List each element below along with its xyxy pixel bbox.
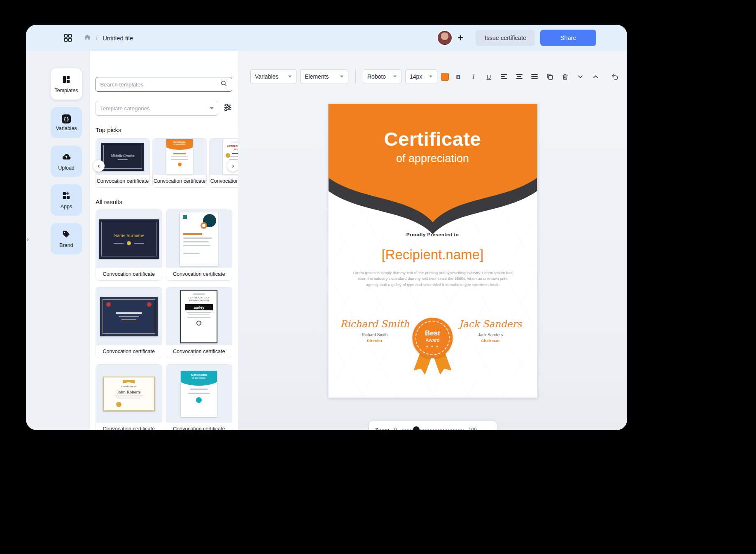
user-avatar[interactable] (437, 30, 453, 46)
layer-up-icon[interactable] (590, 70, 601, 83)
bold-button[interactable]: B (453, 70, 464, 83)
search-box (96, 77, 232, 92)
text-color-swatch[interactable] (441, 73, 449, 81)
chevron-down-icon (288, 75, 292, 77)
zoom-slider-knob[interactable] (413, 426, 420, 430)
zoom-min: 0 (394, 427, 397, 430)
zoom-label: Zoom (375, 427, 390, 431)
font-size-dropdown[interactable]: 14px (405, 69, 437, 84)
badge-medal-icon: Best Award ★ ★ ★ (413, 318, 453, 358)
categories-placeholder: Template categories (100, 105, 150, 112)
top-picks-title: Top picks (96, 126, 232, 133)
redo-icon[interactable] (624, 70, 627, 83)
align-center-icon[interactable] (513, 70, 525, 83)
app-header: / Untitled file + Issue certificate Shar… (26, 25, 627, 51)
template-thumbnail: Certificate of John Roberts (96, 365, 162, 423)
elements-dropdown[interactable]: Elements (300, 69, 348, 84)
sidebar-item-label: Apps (61, 204, 72, 209)
brand-tag-icon (62, 230, 71, 240)
app-launcher-icon[interactable] (63, 33, 73, 43)
template-card-label: Convocation certificate (96, 345, 162, 358)
presented-label[interactable]: Proudly Presented to (328, 232, 537, 237)
recipient-name-variable[interactable]: [Recipient.name] (328, 247, 537, 263)
zoom-control: Zoom 0 100 (368, 421, 497, 430)
template-card[interactable]: Certificate of John Roberts Convocation … (96, 364, 162, 430)
sidebar-item-templates[interactable]: Templates (51, 68, 82, 100)
layer-down-icon[interactable] (574, 70, 586, 83)
template-card-label: Convocation certificate (96, 175, 149, 187)
trash-icon[interactable] (559, 70, 571, 83)
top-picks-carousel: ‹ Michelle Creative Convocation certific… (96, 138, 232, 188)
template-thumbnail: Name Surname (96, 210, 162, 268)
template-card-label: Convocation certificate (153, 175, 206, 187)
template-thumbnail (166, 210, 232, 268)
file-name[interactable]: Untitled file (103, 35, 133, 42)
template-card-label: Convocation certificate (96, 268, 162, 280)
certificate-subtitle[interactable]: of appreciation (328, 152, 537, 165)
panel-collapse-button[interactable]: › (27, 233, 33, 245)
certificate-header-shape (328, 104, 537, 240)
chevron-down-icon (340, 75, 344, 77)
template-categories-select[interactable]: Template categories (96, 101, 218, 116)
template-card-label: Convocation certificate (96, 423, 162, 430)
template-card[interactable]: CERTIFICATE OF APPRECIATION aarley Convo… (166, 287, 233, 358)
template-results-grid: Name Surname Convocation certificate Con… (96, 209, 232, 430)
canvas-area: Variables Elements Roboto 14px B I U (238, 51, 627, 430)
sidebar-item-upload[interactable]: Upload (51, 146, 82, 177)
template-card-label: Convocation certificate (166, 345, 232, 358)
template-card[interactable]: Name Surname Convocation certificate (96, 209, 162, 281)
editor-toolbar: Variables Elements Roboto 14px B I U (250, 69, 627, 84)
zoom-max: 100 (469, 427, 477, 430)
zoom-slider[interactable] (402, 426, 464, 430)
font-family-dropdown[interactable]: Roboto (363, 69, 401, 84)
apps-grid-icon (62, 191, 71, 202)
align-justify-icon[interactable] (529, 70, 540, 83)
template-thumbnail: Michelle Creative (96, 139, 149, 175)
sidebar-item-label: Upload (58, 165, 75, 171)
home-icon[interactable] (84, 33, 91, 42)
certificate-body-text[interactable]: Lorem Ipsum is simply dummy text of the … (353, 270, 513, 288)
issue-certificate-button[interactable]: Issue certificate (476, 30, 535, 46)
align-left-icon[interactable] (498, 70, 510, 83)
carousel-prev-button[interactable]: ‹ (93, 160, 105, 172)
underline-button[interactable]: U (483, 70, 495, 83)
signature-script: Jack Sanders (455, 319, 525, 329)
signer-right[interactable]: Jack Sanders Jack Sanders Chairman (455, 319, 525, 343)
undo-icon[interactable] (609, 70, 621, 83)
signature-script: Richard Smith (340, 319, 410, 329)
certificate-title[interactable]: Certificate (328, 128, 537, 150)
template-card[interactable]: Convocation certificate (166, 209, 233, 281)
italic-button[interactable]: I (468, 70, 479, 83)
templates-icon (62, 75, 71, 86)
search-icon[interactable] (220, 80, 228, 89)
toolbar-divider (355, 70, 356, 84)
sidebar-item-label: Brand (59, 242, 73, 248)
breadcrumb: / Untitled file (84, 33, 133, 42)
template-card-label: Convocation certificate (166, 268, 232, 280)
sidebar-item-brand[interactable]: Brand (51, 223, 82, 254)
filter-icon[interactable] (223, 103, 232, 114)
add-user-icon[interactable]: + (457, 33, 463, 43)
sidebar-item-apps[interactable]: Apps (51, 184, 82, 216)
template-card[interactable]: Convocation certificate (96, 287, 162, 358)
template-card-label: Convocation certificate (210, 175, 238, 187)
chevron-down-icon (210, 107, 214, 109)
template-card[interactable]: Certificateof appreciation Convocation c… (152, 138, 207, 188)
share-button[interactable]: Share (540, 30, 596, 46)
variables-dropdown[interactable]: Variables (250, 69, 296, 84)
search-input[interactable] (100, 81, 220, 88)
app-window: / Untitled file + Issue certificate Shar… (26, 25, 627, 430)
signer-left[interactable]: Richard Smith Richard Smith Director (340, 319, 410, 343)
tool-rail: Templates { } Variables Upload Apps Bran… (26, 51, 90, 430)
chevron-down-icon (429, 75, 433, 77)
template-card-label: Convocation certificate (166, 423, 232, 430)
sidebar-item-label: Templates (55, 88, 78, 93)
sidebar-item-variables[interactable]: { } Variables (51, 107, 82, 138)
carousel-next-button[interactable]: › (227, 160, 238, 172)
template-thumbnail: Certificateof appreciation (153, 139, 206, 175)
award-badge[interactable]: Best Award ★ ★ ★ (408, 318, 457, 379)
certificate-canvas[interactable]: Certificate of appreciation Proudly Pres… (328, 104, 537, 398)
template-card[interactable]: Certificateof appreciation Convocation c… (166, 364, 233, 430)
breadcrumb-separator: / (96, 35, 98, 41)
duplicate-icon[interactable] (544, 70, 555, 83)
